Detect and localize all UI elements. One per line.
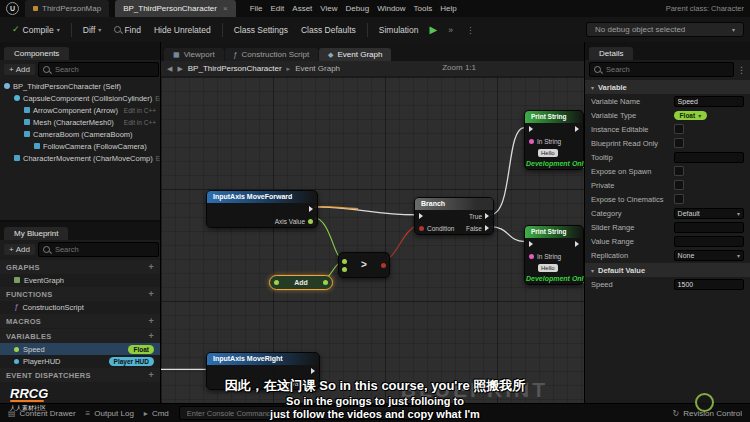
breadcrumb-current[interactable]: Event Graph [295,64,340,73]
back-icon[interactable]: ◀ [167,65,172,73]
add-graph-icon[interactable]: + [148,264,154,271]
breadcrumb-root[interactable]: BP_ThirdPersonCharacter [188,64,282,73]
variable-item-playerhud[interactable]: PlayerHUD Player HUD [0,355,160,367]
menu-window[interactable]: Window [377,4,405,13]
chevron-down-icon[interactable]: ▾ [57,26,60,33]
axis-value-pin[interactable] [310,381,315,386]
tab-construction-script[interactable]: ƒ Construction Script [225,48,319,61]
hide-unrelated-button[interactable]: Hide Unrelated [148,22,217,38]
replication-dropdown[interactable]: None ▾ [674,250,744,261]
add-macro-icon[interactable]: + [148,318,154,325]
menu-tools[interactable]: Tools [414,4,433,13]
default-speed-input[interactable] [674,279,744,290]
component-row-capsule[interactable]: CapsuleComponent (CollisionCylinder) Edi… [0,92,160,104]
section-default-value[interactable]: ▾ Default Value [585,263,750,277]
my-blueprint-panel-tab[interactable]: My Blueprint [4,227,68,240]
axis-value-pin[interactable] [308,219,313,224]
menu-debug[interactable]: Debug [346,4,370,13]
add-variable-icon[interactable]: + [148,333,154,340]
add-component-button[interactable]: + Add [4,64,35,75]
private-checkbox[interactable] [674,180,684,190]
debug-object-dropdown[interactable]: No debug object selected ▾ [586,22,744,37]
slider-range-input[interactable] [674,222,744,233]
output-log-button[interactable]: ≡ Output Log [86,409,134,418]
compare-input-b-pin[interactable] [342,267,347,272]
expose-to-cinematics-checkbox[interactable] [674,194,684,204]
component-row-self[interactable]: BP_ThirdPersonCharacter (Self) [0,80,160,92]
compile-button[interactable]: ✓ Compile ▾ [6,22,66,38]
in-string-pin[interactable] [529,254,534,259]
exec-in-pin[interactable] [419,213,423,219]
forward-icon[interactable]: ▶ [177,65,182,73]
instance-editable-checkbox[interactable] [674,124,684,134]
true-exec-pin[interactable] [485,213,489,219]
tab-bp-thirdpersoncharacter[interactable]: BP_ThirdPersonCharacter × [115,0,236,17]
blueprint-readonly-checkbox[interactable] [674,138,684,148]
component-row-arrow[interactable]: ArrowComponent (Arrow) Edit in C++ [0,104,160,116]
variable-item-speed[interactable]: Speed Float [0,343,160,355]
menu-edit[interactable]: Edit [271,4,285,13]
tab-thirdpersonmap[interactable]: ThirdPersonMap [25,0,109,17]
details-search-input[interactable] [604,64,729,75]
component-row-followcamera[interactable]: FollowCamera (FollowCamera) [0,140,160,152]
details-options-icon[interactable]: ⋮ [737,65,746,75]
wire-exec-branch-true-print[interactable] [490,128,524,215]
menu-asset[interactable]: Asset [292,4,312,13]
chevron-down-icon[interactable]: ▾ [98,26,101,33]
add-function-icon[interactable]: + [148,291,154,298]
frame-skip-button[interactable]: » [442,22,459,38]
exec-out-pin[interactable] [575,126,579,132]
component-row-mesh[interactable]: Mesh (CharacterMesh0) Edit in C++ [0,116,160,128]
components-panel-tab[interactable]: Components [4,47,69,60]
section-variable[interactable]: ▾ Variable [585,80,750,94]
wire-exec-branch-false-print[interactable] [490,227,524,242]
compare-input-a-pin[interactable] [342,259,347,264]
close-icon[interactable]: × [223,4,228,13]
play-options-icon[interactable]: ⋮ [460,22,481,38]
console-command-field[interactable] [179,406,421,420]
node-greater-than[interactable]: > [338,252,390,278]
section-functions[interactable]: FUNCTIONS + [0,287,160,301]
tab-viewport[interactable]: ▦ Viewport [164,48,224,61]
simulation-button[interactable]: Simulation [373,22,425,38]
value-range-input[interactable] [674,236,744,247]
graph-item-eventgraph[interactable]: EventGraph [0,274,160,286]
node-inputaxis-moveright[interactable]: InputAxis MoveRight Axis Value [206,352,320,390]
add-input-pin[interactable] [274,280,279,285]
node-inputaxis-moveforward[interactable]: InputAxis MoveForward Axis Value [206,190,318,228]
details-panel-tab[interactable]: Details [589,47,633,60]
function-item-constructionscript[interactable]: ƒ ConstructionScript [0,301,160,313]
details-search[interactable] [589,62,734,77]
wire-exec-highlight[interactable] [314,207,358,209]
false-exec-pin[interactable] [485,225,489,231]
expose-on-spawn-checkbox[interactable] [674,166,684,176]
console-command-input[interactable] [185,408,415,419]
add-dispatcher-icon[interactable]: + [148,372,154,379]
exec-out-pin[interactable] [309,206,313,212]
tab-event-graph[interactable]: ◆ Event Graph [319,48,391,61]
string-value-field[interactable]: Hello [538,149,558,157]
node-branch[interactable]: Branch True Condition [414,197,494,235]
components-search-input[interactable] [53,64,154,75]
compare-result-pin[interactable] [381,263,386,268]
section-event-dispatchers[interactable]: EVENT DISPATCHERS + [0,368,160,382]
event-graph-canvas[interactable]: BLUEPRINT InputAxis MoveForward [161,77,584,404]
find-button[interactable]: Find [108,22,147,38]
exec-out-pin[interactable] [575,241,579,247]
component-row-cameraboom[interactable]: CameraBoom (CameraBoom) [0,128,160,140]
play-button[interactable]: ▶ [425,22,441,37]
my-blueprint-search-input[interactable] [53,244,154,255]
components-search[interactable] [38,62,159,77]
my-blueprint-search[interactable] [38,242,159,257]
cmd-button[interactable]: ▸ Cmd [144,409,169,418]
unreal-logo-icon[interactable]: U [6,2,19,15]
condition-pin[interactable] [419,226,424,231]
in-string-pin[interactable] [529,139,534,144]
class-defaults-button[interactable]: Class Defaults [295,22,362,38]
node-add-selected[interactable]: Add [269,275,333,290]
variable-name-input[interactable] [674,96,744,107]
wire-float-axis-compare[interactable] [314,218,339,257]
wire-exec-inputaxis-branch[interactable] [314,207,415,215]
string-value-field[interactable]: Hello [538,264,558,272]
exec-out-pin[interactable] [311,368,315,374]
